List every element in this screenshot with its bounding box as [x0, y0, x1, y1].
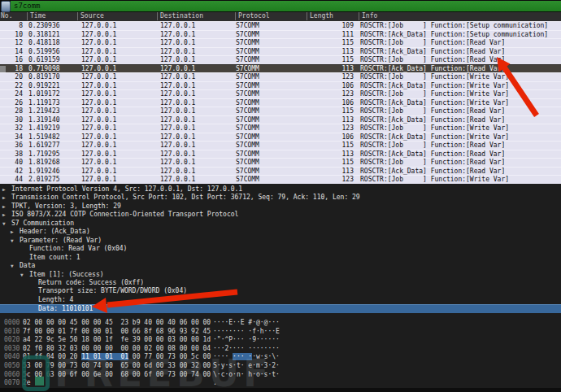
expand-arrow-icon[interactable]: ▶: [2, 211, 11, 219]
packet-time: 0.230936: [28, 22, 60, 30]
hex-offset: 0070: [4, 379, 20, 388]
packet-no: 8: [0, 22, 23, 30]
column-header-destination[interactable]: Destination: [157, 12, 203, 20]
hex-row[interactable]: 005053 00 79 00 73 00 74 00 65 00 6d 00 …: [0, 362, 561, 371]
column-header-no[interactable]: No.: [1, 12, 12, 20]
hex-row[interactable]: 000002 00 00 00 45 00 00 45 23 b9 40 00 …: [0, 319, 561, 328]
packet-row[interactable]: 241.019172127.0.0.1127.0.0.1S7COMM123ROS…: [0, 89, 561, 98]
collapse-arrow-icon[interactable]: ▼: [20, 271, 28, 279]
packet-time: 0.919221: [28, 82, 60, 90]
packet-protocol: S7COMM: [236, 124, 259, 133]
filter-bar: s7comm: [0, 0, 561, 12]
packet-row[interactable]: 220.919221127.0.0.1127.0.0.1S7COMM106ROS…: [0, 81, 561, 90]
detail-tree-row[interactable]: Length: 4: [0, 296, 561, 304]
display-filter-input[interactable]: s7comm: [11, 1, 561, 11]
detail-tree-row[interactable]: Return code: Success (0xff): [0, 279, 561, 287]
packet-row[interactable]: 361.619277127.0.0.1127.0.0.1S7COMM115ROS…: [0, 141, 561, 150]
packet-row[interactable]: 401.819268127.0.0.1127.0.0.1S7COMM115ROS…: [0, 158, 561, 167]
hex-row[interactable]: 004001 ff 04 00 20 11 01 01 01 00 77 00 …: [0, 353, 561, 362]
detail-text: ISO 8073/X.224 COTP Connection-Oriented …: [11, 211, 238, 219]
packet-info: ROSCTR:[Ack_Data] Function:[Read Var]: [360, 116, 505, 124]
packet-length: 106: [313, 99, 354, 107]
hex-row[interactable]: 0020a4 22 9c 5e 50 18 00 1f fe 39 00 00 …: [0, 336, 561, 345]
packet-row[interactable]: 180.719098127.0.0.1127.0.0.1S7COMM113ROS…: [0, 64, 561, 73]
detail-text: TPKT, Version: 3, Length: 29: [11, 203, 121, 211]
column-header-time[interactable]: Time: [27, 12, 46, 20]
column-header-protocol[interactable]: Protocol: [235, 12, 270, 20]
hex-bytes: 02 00 00 00 45 00 00 45 23 b9 40 00 40 0…: [23, 319, 211, 328]
packet-source: 127.0.0.1: [81, 176, 116, 184]
packet-destination: 127.0.0.1: [160, 159, 195, 167]
packet-row[interactable]: 281.219423127.0.0.1127.0.0.1S7COMM115ROS…: [0, 107, 561, 115]
expand-arrow-icon[interactable]: ▶: [2, 203, 11, 211]
packet-destination: 127.0.0.1: [160, 176, 195, 184]
packet-protocol: S7COMM: [236, 65, 259, 73]
packet-source: 127.0.0.1: [81, 56, 116, 64]
packet-time: 1.619277: [28, 142, 60, 150]
collapse-arrow-icon[interactable]: ▼: [11, 237, 19, 245]
detail-tree-row[interactable]: ▶ISO 8073/X.224 COTP Connection-Oriented…: [0, 211, 561, 219]
hex-bytes-pre: 01 ff 04 00 20: [23, 353, 81, 360]
detail-tree-row[interactable]: ▶TPKT, Version: 3, Length: 29: [0, 203, 561, 211]
expand-arrow-icon[interactable]: ▶: [2, 194, 11, 202]
detail-tree-row[interactable]: Item count: 1: [0, 254, 561, 262]
hex-bytes: 53 00 79 00 73 00 74 00 65 00 6d 00 33 0…: [23, 362, 211, 371]
packet-length: 115: [313, 107, 354, 115]
hex-row[interactable]: 00107f 00 00 01 7f 00 00 01 00 66 8f 68 …: [0, 328, 561, 337]
column-header-source[interactable]: Source: [77, 12, 104, 20]
hex-bytes: 2e: [23, 379, 31, 388]
hex-row[interactable]: 003002 f0 80 32 03 00 00 00 00 00 02 00 …: [0, 345, 561, 354]
collapse-arrow-icon[interactable]: ▼: [2, 220, 11, 228]
packet-info: ROSCTR:[Ack_Data] Function:[Write Var]: [360, 82, 509, 90]
packet-row[interactable]: 261.119173127.0.0.1127.0.0.1S7COMM106ROS…: [0, 98, 561, 107]
hex-ascii: ········ ·f·h···E: [213, 328, 280, 337]
detail-tree-row[interactable]: ▶Header: (Ack_Data): [0, 228, 561, 236]
packet-time: 1.819268: [28, 159, 60, 167]
detail-tree-row[interactable]: ▶Internet Protocol Version 4, Src: 127.0…: [0, 185, 561, 194]
hex-bytes-post: 00 77 00 73 00 5c 00: [128, 353, 211, 360]
column-header-length[interactable]: Length: [307, 12, 333, 20]
hex-row[interactable]: 00702e.: [0, 379, 561, 388]
packet-info: ROSCTR:[Ack_Data] Function:[Read Var]: [360, 168, 505, 176]
packet-row[interactable]: 140.519956127.0.0.1127.0.0.1S7COMM113ROS…: [0, 47, 561, 56]
packet-no: 36: [0, 142, 23, 150]
collapse-arrow-icon[interactable]: ▼: [11, 262, 19, 270]
packet-source: 127.0.0.1: [81, 107, 116, 115]
packet-protocol: S7COMM: [236, 116, 259, 124]
packet-row[interactable]: 421.919246127.0.0.1127.0.0.1S7COMM113ROS…: [0, 167, 561, 176]
expand-arrow-icon[interactable]: ▶: [11, 228, 19, 236]
detail-tree-row[interactable]: Data: 11010101: [0, 304, 561, 312]
packet-row[interactable]: 100.318121127.0.0.1127.0.0.1S7COMM111ROS…: [0, 30, 561, 39]
wireshark-window: s7comm No. Time Source Destination Proto…: [0, 0, 561, 392]
detail-tree-row[interactable]: ▼Item [1]: (Success): [0, 271, 561, 279]
detail-tree-row[interactable]: ▼Data: [0, 262, 561, 270]
packet-detail-pane: ▶Internet Protocol Version 4, Src: 127.0…: [0, 184, 561, 319]
expand-arrow-icon[interactable]: ▶: [2, 185, 11, 194]
packet-source: 127.0.0.1: [81, 159, 116, 167]
packet-row[interactable]: 301.319140127.0.0.1127.0.0.1S7COMM113ROS…: [0, 115, 561, 124]
packet-row[interactable]: 200.819170127.0.0.1127.0.0.1S7COMM123ROS…: [0, 72, 561, 81]
packet-row[interactable]: 341.519482127.0.0.1127.0.0.1S7COMM106ROS…: [0, 133, 561, 142]
packet-source: 127.0.0.1: [81, 99, 116, 107]
packet-row[interactable]: 80.230936127.0.0.1127.0.0.1S7COMM109ROSC…: [0, 21, 561, 30]
detail-text: Internet Protocol Version 4, Src: 127.0.…: [11, 185, 242, 194]
packet-no: 20: [0, 73, 23, 81]
packet-row[interactable]: 160.619159127.0.0.1127.0.0.1S7COMM115ROS…: [0, 55, 561, 64]
packet-row[interactable]: 120.418118127.0.0.1127.0.0.1S7COMM115ROS…: [0, 38, 561, 47]
packet-row[interactable]: 442.019275127.0.0.1127.0.0.1S7COMM123ROS…: [0, 175, 561, 184]
packet-row[interactable]: 321.419219127.0.0.1127.0.0.1S7COMM123ROS…: [0, 124, 561, 133]
hex-ascii: ···· ··· ··w·s·\·: [213, 353, 280, 362]
hex-offset: 0060: [4, 371, 20, 380]
packet-list: 80.230936127.0.0.1127.0.0.1S7COMM109ROSC…: [0, 21, 561, 184]
detail-tree-row[interactable]: ▼S7 Communication: [0, 220, 561, 228]
detail-tree-row[interactable]: Function: Read Var (0x04): [0, 245, 561, 253]
hex-row[interactable]: 00605c 00 63 00 6f 00 6e 00 68 00 6f 00 …: [0, 371, 561, 380]
packet-source: 127.0.0.1: [81, 116, 116, 124]
detail-tree-row[interactable]: Transport size: BYTE/WORD/DWORD (0x04): [0, 287, 561, 295]
detail-tree-row[interactable]: ▶Transmission Control Protocol, Src Port…: [0, 194, 561, 202]
column-header-info[interactable]: Info: [359, 12, 377, 20]
packet-row[interactable]: 381.719295127.0.0.1127.0.0.1S7COMM113ROS…: [0, 150, 561, 159]
packet-length: 123: [313, 176, 354, 184]
detail-tree-row[interactable]: ▼Parameter: (Read Var): [0, 237, 561, 245]
packet-info: ROSCTR:[Job ] Function:[Read Var]: [360, 142, 505, 150]
